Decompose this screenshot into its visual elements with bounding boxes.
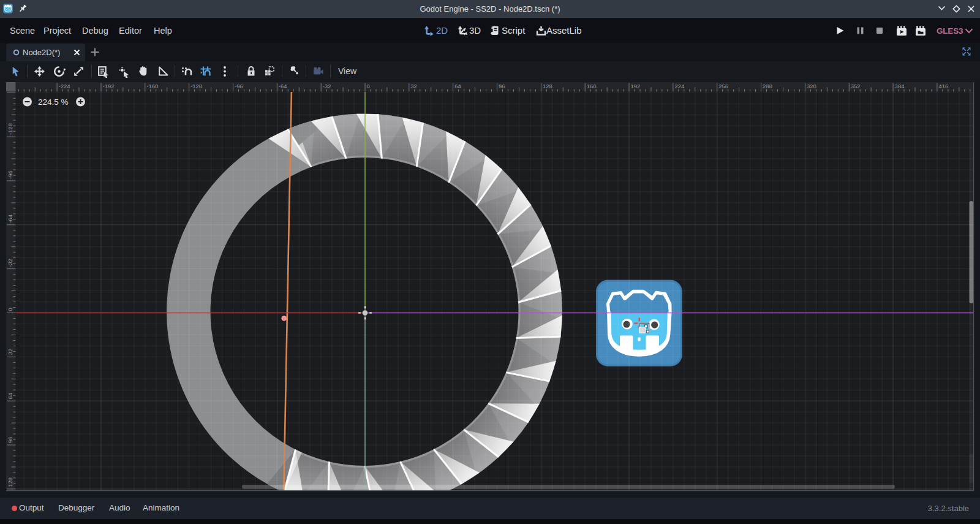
svg-text:288: 288 [763, 83, 772, 89]
svg-text:-96: -96 [7, 170, 13, 179]
svg-text:0: 0 [7, 308, 13, 311]
svg-text:-64: -64 [7, 215, 13, 223]
svg-text:-192: -192 [103, 83, 115, 89]
svg-text:-32: -32 [323, 83, 331, 89]
svg-text:-128: -128 [190, 83, 202, 89]
svg-text:128: 128 [7, 477, 13, 487]
svg-text:-96: -96 [235, 83, 243, 89]
svg-text:320: 320 [807, 83, 816, 89]
svg-text:192: 192 [631, 83, 641, 89]
svg-text:32: 32 [7, 349, 13, 355]
svg-text:256: 256 [718, 83, 728, 89]
svg-text:128: 128 [543, 83, 552, 89]
svg-text:32: 32 [410, 83, 417, 89]
svg-text:64: 64 [7, 393, 13, 400]
svg-text:96: 96 [7, 436, 13, 443]
svg-text:160: 160 [587, 83, 597, 89]
svg-text:224: 224 [674, 83, 684, 89]
svg-text:224.5 %: 224.5 % [38, 97, 69, 107]
svg-text:352: 352 [851, 83, 861, 89]
svg-text:0: 0 [367, 83, 370, 89]
svg-text:-32: -32 [7, 259, 13, 267]
svg-text:416: 416 [938, 83, 948, 89]
svg-text:-224: -224 [59, 83, 70, 89]
svg-text:64: 64 [454, 83, 461, 89]
svg-text:384: 384 [895, 83, 905, 89]
svg-text:-160: -160 [146, 83, 158, 89]
svg-text:-128: -128 [7, 123, 13, 135]
svg-text:-64: -64 [279, 83, 287, 89]
svg-text:96: 96 [499, 83, 505, 89]
